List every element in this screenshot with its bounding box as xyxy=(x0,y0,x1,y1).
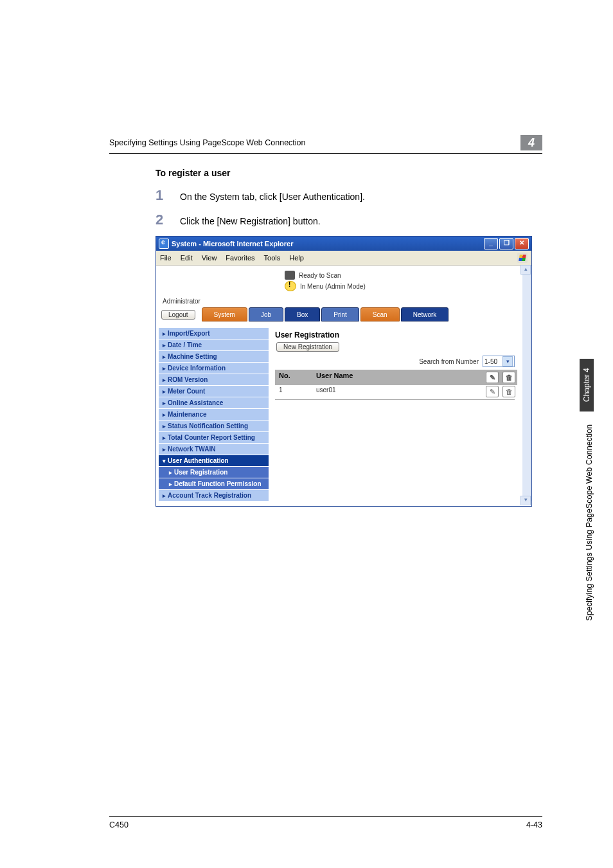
side-running-text: Specifying Settings Using PageScope Web … xyxy=(585,424,594,621)
pane-title: User Registration xyxy=(275,329,517,342)
edit-column-icon: ✎ xyxy=(486,372,499,383)
cell-user-name: user01 xyxy=(312,385,479,398)
delete-row-button[interactable]: 🗑 xyxy=(502,386,515,397)
sidebar-item-account-track-registration[interactable]: Account Track Registration xyxy=(159,490,269,501)
menu-file[interactable]: File xyxy=(160,254,172,262)
col-no: No. xyxy=(275,370,312,385)
administrator-label: Administrator xyxy=(156,295,531,305)
minimize-button[interactable]: _ xyxy=(484,238,498,249)
warning-icon xyxy=(285,281,296,291)
menu-help[interactable]: Help xyxy=(289,254,304,262)
table-header: No. User Name ✎ 🗑 xyxy=(275,370,517,385)
sidebar-item-user-registration[interactable]: User Registration xyxy=(159,467,269,478)
header-rule xyxy=(109,153,542,154)
menu-edit[interactable]: Edit xyxy=(181,254,193,262)
scroll-down-button[interactable]: ▾ xyxy=(520,496,531,505)
delete-column-icon: 🗑 xyxy=(502,372,515,383)
new-registration-button[interactable]: New Registration xyxy=(276,342,339,352)
status-menu: In Menu (Admin Mode) xyxy=(300,283,366,290)
tab-print[interactable]: Print xyxy=(321,307,359,321)
step-number-1: 1 xyxy=(155,187,180,204)
sidebar-item-import-export[interactable]: Import/Export xyxy=(159,328,269,339)
footer-rule xyxy=(109,816,542,817)
cell-no: 1 xyxy=(275,385,312,398)
sidebar-item-online-assistance[interactable]: Online Assistance xyxy=(159,397,269,408)
menu-view[interactable]: View xyxy=(202,254,217,262)
tab-scan[interactable]: Scan xyxy=(360,307,400,321)
tab-box[interactable]: Box xyxy=(285,307,320,321)
sidebar-item-network-twain[interactable]: Network TWAIN xyxy=(159,444,269,455)
printer-icon xyxy=(285,271,295,280)
footer-model: C450 xyxy=(109,820,129,829)
status-ready: Ready to Scan xyxy=(299,272,341,279)
menu-bar: File Edit View Favorites Tools Help xyxy=(156,251,531,266)
search-range-value: 1-50 xyxy=(484,358,497,365)
sidebar-item-rom-version[interactable]: ROM Version xyxy=(159,374,269,385)
browser-window: System - Microsoft Internet Explorer _ ❐… xyxy=(155,236,532,507)
sidebar-item-machine-setting[interactable]: Machine Setting xyxy=(159,351,269,362)
close-button[interactable]: ✕ xyxy=(515,238,529,249)
search-range-select[interactable]: 1-50 ▾ xyxy=(483,356,515,367)
window-titlebar[interactable]: System - Microsoft Internet Explorer _ ❐… xyxy=(156,237,531,251)
chevron-down-icon: ▾ xyxy=(502,356,513,366)
sidebar-item-meter-count[interactable]: Meter Count xyxy=(159,386,269,397)
menu-tools[interactable]: Tools xyxy=(264,254,281,262)
logout-button[interactable]: Logout xyxy=(161,310,195,320)
tab-system[interactable]: System xyxy=(202,307,247,321)
maximize-button[interactable]: ❐ xyxy=(499,238,513,249)
main-pane: User Registration New Registration Searc… xyxy=(271,327,520,501)
step-text-2: Click the [New Registration] button. xyxy=(180,216,321,226)
sidebar-item-maintenance[interactable]: Maintenance xyxy=(159,409,269,420)
step-text-1: On the System tab, click [User Authentic… xyxy=(180,192,365,202)
step-number-2: 2 xyxy=(155,212,180,228)
menu-favorites[interactable]: Favorites xyxy=(226,254,254,262)
tab-network[interactable]: Network xyxy=(401,307,449,321)
section-title: To register a user xyxy=(155,168,542,178)
sidebar-item-total-counter-report[interactable]: Total Counter Report Setting xyxy=(159,432,269,443)
sidebar-item-default-function-permission[interactable]: Default Function Permission xyxy=(159,478,269,489)
sidebar-item-date-time[interactable]: Date / Time xyxy=(159,339,269,350)
side-chapter-tab: Chapter 4 xyxy=(580,359,594,411)
row-divider xyxy=(275,399,515,400)
sidebar-item-user-authentication[interactable]: User Authentication xyxy=(159,455,269,466)
sidebar-item-status-notification[interactable]: Status Notification Setting xyxy=(159,420,269,431)
scroll-up-button[interactable]: ▴ xyxy=(520,265,531,275)
edit-row-button[interactable]: ✎ xyxy=(486,386,499,397)
search-from-number-label: Search from Number xyxy=(419,358,479,365)
footer-page-number: 4-43 xyxy=(526,820,542,829)
windows-flag-icon xyxy=(517,253,528,263)
running-header: Specifying Settings Using PageScope Web … xyxy=(109,138,520,147)
ie-icon xyxy=(159,239,169,249)
sidebar-item-device-information[interactable]: Device Information xyxy=(159,363,269,374)
tab-job[interactable]: Job xyxy=(249,307,283,321)
col-user-name: User Name xyxy=(312,370,479,385)
window-title: System - Microsoft Internet Explorer xyxy=(172,240,294,248)
chapter-badge: 4 xyxy=(520,135,542,150)
sidebar: Import/Export Date / Time Machine Settin… xyxy=(156,327,271,501)
table-row: 1 user01 ✎ 🗑 xyxy=(275,385,517,398)
